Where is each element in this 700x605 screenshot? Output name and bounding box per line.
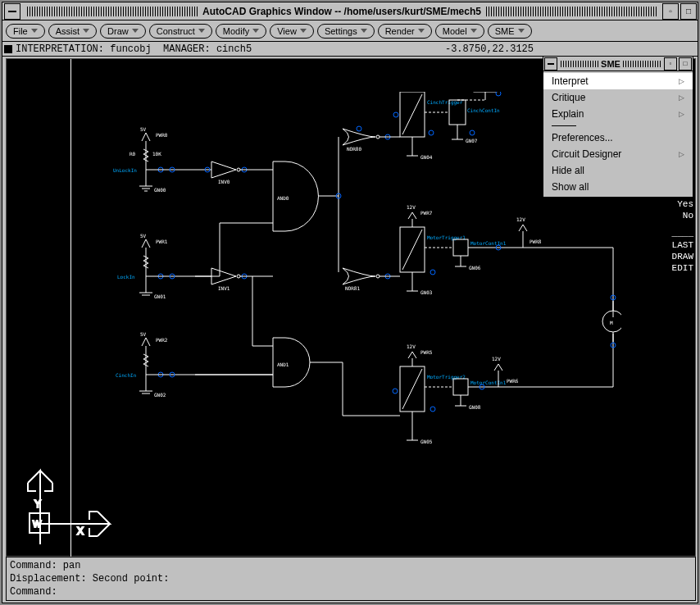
sme-item-show-all[interactable]: Show all	[543, 179, 693, 195]
svg-text:GN08: GN08	[469, 404, 481, 410]
svg-text:NOR80: NOR80	[347, 146, 361, 152]
svg-text:10K: 10K	[152, 151, 161, 157]
interpretation-label: INTERPRETATION:	[16, 43, 104, 55]
svg-line-72	[402, 94, 422, 134]
sme-titlebar-texture-right	[623, 61, 661, 67]
svg-text:GN00: GN00	[154, 187, 166, 193]
side-last[interactable]: LAST	[656, 240, 693, 250]
side-no[interactable]: No	[656, 211, 693, 221]
svg-text:PWR1: PWR1	[156, 239, 168, 244]
sme-titlebar-texture-left	[561, 61, 598, 67]
menu-construct[interactable]: Construct	[149, 24, 212, 39]
sme-window-menu-button[interactable]	[544, 57, 557, 71]
svg-point-62	[376, 275, 380, 278]
command-prompt[interactable]: Command:	[10, 585, 692, 598]
svg-text:12V: 12V	[407, 204, 416, 210]
menubar: File Assist Draw Construct Modify View S…	[2, 20, 698, 42]
svg-text:GN07: GN07	[466, 138, 478, 143]
coordinates-readout: -3.8750,22.3125	[445, 43, 534, 55]
svg-text:5V: 5V	[140, 126, 147, 132]
svg-text:PWR2: PWR2	[156, 337, 168, 343]
main-window: AutoCAD Graphics Window -- /home/users/k…	[2, 2, 698, 603]
menu-view[interactable]: View	[270, 24, 314, 39]
menu-assist[interactable]: Assist	[48, 24, 97, 39]
svg-point-59	[357, 126, 361, 131]
command-area[interactable]: Command: pan Displacement: Second point:…	[6, 557, 696, 601]
menu-modify[interactable]: Modify	[216, 24, 266, 39]
chevron-down-icon	[361, 29, 367, 33]
window-menu-button[interactable]	[4, 3, 20, 20]
sme-maximize-button[interactable]: □	[679, 57, 692, 71]
svg-text:M: M	[610, 320, 613, 325]
svg-point-30	[237, 275, 240, 278]
sme-item-explain[interactable]: Explain▷	[543, 106, 693, 122]
svg-text:X: X	[77, 525, 84, 537]
svg-text:MotorTrigger2: MotorTrigger2	[427, 374, 466, 380]
svg-text:LockIn: LockIn	[117, 274, 135, 280]
sme-item-hide-all[interactable]: Hide all	[543, 162, 693, 179]
status-line: INTERPRETATION: funcobj MANAGER: cinch5 …	[2, 42, 698, 57]
minimize-button[interactable]: ▫	[662, 3, 679, 20]
svg-text:CinchIn: CinchIn	[116, 372, 137, 378]
sme-separator	[552, 125, 576, 126]
svg-line-99	[402, 230, 422, 270]
chevron-down-icon	[31, 29, 38, 33]
svg-point-129	[430, 407, 435, 412]
submenu-arrow-icon: ▷	[679, 77, 684, 85]
ucs-icon: Y X W	[11, 446, 118, 553]
sme-minimize-button[interactable]: ▫	[664, 57, 677, 71]
side-edit[interactable]: EDIT	[656, 263, 693, 273]
chevron-down-icon	[470, 29, 477, 33]
submenu-arrow-icon: ▷	[679, 110, 684, 118]
sme-item-preferences[interactable]: Preferences...	[543, 130, 693, 146]
sme-item-interpret[interactable]: Interpret▷	[543, 73, 693, 89]
side-yes[interactable]: Yes	[656, 199, 693, 209]
sme-item-critique[interactable]: Critique▷	[543, 89, 693, 106]
menu-render[interactable]: Render	[378, 24, 432, 39]
menu-model[interactable]: Model	[435, 24, 484, 39]
svg-text:5V: 5V	[140, 233, 147, 239]
svg-line-122	[402, 369, 422, 409]
menu-draw[interactable]: Draw	[100, 24, 146, 39]
svg-point-128	[393, 389, 398, 393]
svg-text:5V: 5V	[140, 331, 147, 337]
titlebar[interactable]: AutoCAD Graphics Window -- /home/users/k…	[2, 2, 698, 20]
svg-point-94	[496, 92, 501, 96]
chevron-down-icon	[252, 29, 259, 33]
svg-text:Y: Y	[34, 498, 41, 510]
side-draw[interactable]: DRAW	[656, 252, 693, 262]
chevron-down-icon	[300, 29, 307, 33]
command-line-1: Command: pan	[10, 559, 692, 572]
submenu-arrow-icon: ▷	[679, 150, 684, 158]
svg-point-105	[430, 270, 435, 275]
sme-item-circuit-designer[interactable]: Circuit Designer▷	[543, 146, 693, 162]
menu-settings[interactable]: Settings	[317, 24, 375, 39]
svg-text:PWR0: PWR0	[156, 132, 168, 138]
svg-text:12V: 12V	[407, 343, 416, 349]
interpretation-value: funcobj	[110, 43, 151, 55]
menu-file[interactable]: File	[6, 24, 45, 39]
svg-text:12V: 12V	[492, 356, 501, 362]
svg-text:MotorTrigger1: MotorTrigger1	[427, 234, 466, 241]
svg-text:UnLockIn: UnLockIn	[113, 167, 137, 173]
chevron-down-icon	[132, 29, 139, 33]
svg-text:AND1: AND1	[277, 362, 289, 367]
svg-text:GN04: GN04	[420, 154, 433, 160]
submenu-arrow-icon: ▷	[679, 93, 684, 102]
svg-point-57	[376, 135, 380, 139]
sme-window[interactable]: SME ▫ □ Interpret▷ Critique▷ Explain▷ Pr…	[543, 56, 693, 198]
svg-text:NOR81: NOR81	[345, 285, 360, 291]
svg-text:INV1: INV1	[218, 285, 230, 291]
svg-text:GN02: GN02	[154, 392, 166, 398]
svg-text:GN05: GN05	[420, 439, 433, 444]
maximize-button[interactable]: □	[680, 3, 697, 20]
window-title: AutoCAD Graphics Window -- /home/users/k…	[202, 6, 481, 17]
svg-text:PWR6: PWR6	[507, 378, 519, 384]
sme-titlebar[interactable]: SME ▫ □	[543, 57, 693, 71]
svg-text:GN03: GN03	[420, 289, 433, 295]
titlebar-texture-left	[27, 7, 198, 16]
menu-sme[interactable]: SME	[488, 24, 532, 39]
svg-point-14	[237, 168, 240, 171]
svg-text:INV0: INV0	[218, 179, 230, 184]
svg-text:W: W	[33, 519, 42, 529]
